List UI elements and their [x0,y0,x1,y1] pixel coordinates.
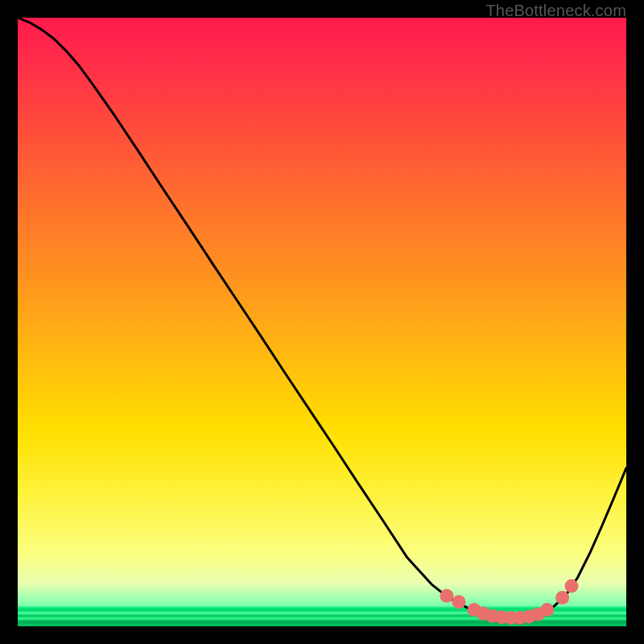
curve-markers [440,580,578,625]
curve-marker [452,595,466,609]
curve-layer [18,18,626,626]
chart-frame: TheBottleneck.com [0,0,644,644]
curve-marker [564,580,578,593]
bottleneck-curve [18,18,626,617]
watermark-text: TheBottleneck.com [485,2,626,20]
curve-marker [540,603,554,617]
curve-marker [440,589,453,603]
curve-marker [555,591,569,605]
plot-area [18,18,626,626]
